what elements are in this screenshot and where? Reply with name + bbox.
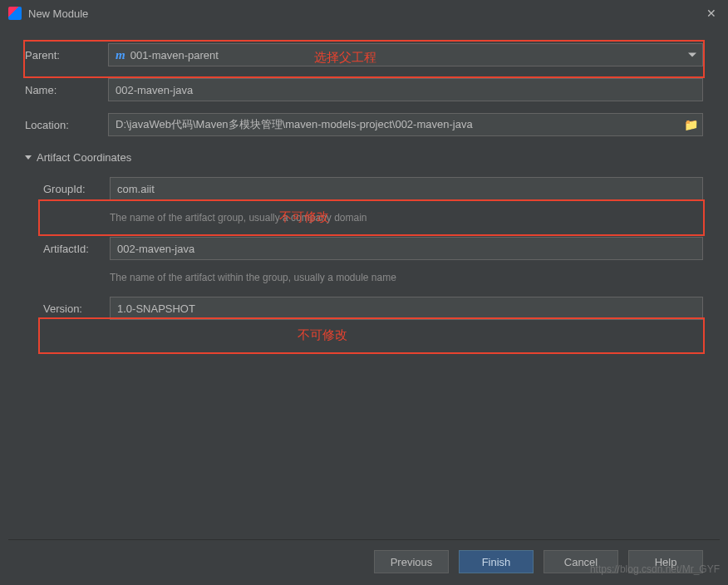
groupid-label: GroupId: bbox=[43, 183, 110, 195]
parent-value: 001-maven-parent bbox=[130, 49, 219, 61]
close-icon[interactable]: ✕ bbox=[703, 7, 720, 20]
artifactid-row: ArtifactId: bbox=[43, 237, 703, 260]
titlebar: New Module ✕ bbox=[0, 0, 728, 27]
version-row: Version: bbox=[43, 297, 703, 320]
dialog-content: Parent: m 001-maven-parent Name: Locatio… bbox=[0, 27, 728, 340]
artifact-coordinates-section: GroupId: The name of the artifact group,… bbox=[25, 177, 703, 320]
artifactid-help: The name of the artifact within the grou… bbox=[110, 272, 703, 283]
maven-icon: m bbox=[116, 48, 125, 62]
chevron-down-icon bbox=[25, 155, 32, 160]
name-label: Name: bbox=[25, 84, 108, 96]
version-input[interactable] bbox=[110, 297, 703, 320]
parent-label: Parent: bbox=[25, 49, 108, 61]
finish-button[interactable]: Finish bbox=[459, 550, 534, 573]
cancel-button[interactable]: Cancel bbox=[544, 550, 618, 573]
name-row: Name: bbox=[25, 78, 703, 101]
chevron-down-icon bbox=[688, 53, 696, 57]
artifact-coordinates-header[interactable]: Artifact Coordinates bbox=[25, 151, 703, 164]
window-title: New Module bbox=[28, 7, 88, 20]
artifactid-input[interactable] bbox=[110, 237, 703, 260]
groupid-help: The name of the artifact group, usually … bbox=[110, 212, 703, 224]
location-input[interactable] bbox=[108, 113, 703, 136]
separator bbox=[8, 539, 720, 540]
groupid-input[interactable] bbox=[110, 177, 703, 200]
parent-dropdown[interactable]: m 001-maven-parent bbox=[108, 43, 703, 66]
previous-button[interactable]: Previous bbox=[374, 550, 449, 573]
parent-row: Parent: m 001-maven-parent bbox=[25, 43, 703, 66]
button-bar: Previous Finish Cancel Help bbox=[374, 550, 703, 573]
location-label: Location: bbox=[25, 119, 108, 131]
name-input[interactable] bbox=[108, 78, 703, 101]
folder-icon[interactable]: 📁 bbox=[684, 118, 698, 131]
version-label: Version: bbox=[43, 302, 110, 315]
groupid-row: GroupId: bbox=[43, 177, 703, 200]
artifactid-label: ArtifactId: bbox=[43, 243, 110, 255]
app-icon bbox=[8, 7, 22, 20]
location-row: Location: 📁 bbox=[25, 113, 703, 136]
artifact-coordinates-label: Artifact Coordinates bbox=[37, 151, 131, 164]
help-button[interactable]: Help bbox=[628, 550, 703, 573]
